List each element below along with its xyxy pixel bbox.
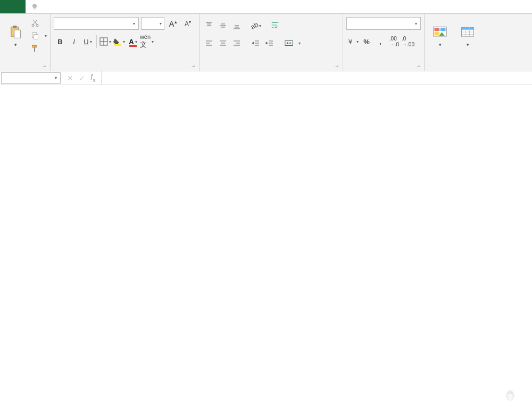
group-label-align	[203, 68, 339, 71]
tab-file[interactable]	[0, 0, 26, 13]
svg-point-49	[509, 393, 510, 394]
fill-icon	[113, 37, 122, 46]
ribbon: ▾ ▾ ▾ ▾ A▴ A▾ B I U▾ ▾ ▾	[0, 14, 532, 71]
svg-rect-35	[285, 41, 293, 46]
increase-decimal-button[interactable]: .00→.0	[388, 35, 401, 48]
merge-center-button[interactable]: ▾	[285, 37, 301, 49]
copy-icon	[31, 31, 39, 40]
group-label-clipboard	[3, 68, 47, 71]
confirm-formula-icon[interactable]: ✓	[79, 74, 85, 82]
paste-button[interactable]: ▾	[3, 17, 28, 55]
italic-button[interactable]: I	[68, 35, 80, 48]
currency-button[interactable]: ¥▾	[346, 35, 359, 48]
group-clipboard: ▾ ▾	[0, 14, 51, 71]
svg-rect-42	[462, 27, 474, 29]
penguin-icon	[503, 388, 517, 402]
font-color-button[interactable]: A▾	[127, 35, 139, 48]
format-painter-button[interactable]	[31, 43, 47, 54]
comma-button[interactable]: ,	[374, 35, 387, 48]
formula-bar: ▾ ✕ ✓ fx	[0, 71, 532, 85]
format-painter-icon	[31, 44, 39, 53]
merge-icon	[285, 39, 293, 47]
paste-icon	[8, 25, 23, 40]
table-format-icon	[460, 25, 475, 40]
font-name-select[interactable]: ▾	[54, 17, 139, 30]
align-center-button[interactable]	[217, 37, 229, 50]
svg-point-47	[506, 390, 514, 401]
grow-font-button[interactable]: A▴	[167, 17, 179, 30]
formula-input[interactable]	[102, 71, 532, 85]
group-align: ab▾ ▾	[200, 14, 343, 71]
format-as-table-button[interactable]: ▾	[455, 17, 480, 55]
currency-icon: ¥	[347, 37, 355, 46]
svg-rect-39	[440, 28, 446, 31]
tell-me[interactable]	[26, 0, 47, 13]
conditional-format-button[interactable]: ▾	[428, 17, 452, 55]
cut-icon	[31, 19, 39, 27]
align-middle-button[interactable]	[217, 19, 229, 32]
wrap-icon	[271, 21, 279, 29]
svg-rect-2	[14, 30, 21, 38]
orientation-button[interactable]: ab▾	[250, 19, 262, 32]
fx-icon[interactable]: fx	[90, 73, 96, 83]
group-number: ▾ ¥▾ % , .00→.0 .0→.00	[343, 14, 425, 71]
increase-indent-button[interactable]	[263, 37, 276, 50]
group-label-number	[346, 68, 421, 71]
lightbulb-icon	[31, 3, 38, 11]
group-styles: ▾ ▾ .	[425, 14, 483, 71]
decrease-decimal-button[interactable]: .0→.00	[402, 35, 414, 48]
copy-button[interactable]: ▾	[31, 30, 47, 42]
cut-button[interactable]	[31, 17, 47, 29]
borders-button[interactable]: ▾	[99, 35, 112, 48]
svg-text:¥: ¥	[348, 38, 353, 46]
bold-button[interactable]: B	[54, 35, 66, 48]
conditional-format-icon	[433, 25, 447, 40]
percent-button[interactable]: %	[360, 35, 373, 48]
svg-rect-1	[13, 26, 16, 28]
svg-point-50	[511, 393, 512, 394]
align-right-button[interactable]	[230, 37, 243, 50]
cancel-formula-icon[interactable]: ✕	[67, 74, 73, 82]
svg-rect-10	[114, 44, 121, 46]
menu-bar	[0, 0, 532, 14]
fill-color-button[interactable]: ▾	[113, 35, 126, 48]
wrap-text-button[interactable]	[271, 19, 281, 31]
svg-point-48	[508, 393, 513, 400]
svg-rect-40	[435, 32, 440, 35]
align-top-button[interactable]	[203, 19, 215, 32]
svg-rect-6	[34, 34, 38, 39]
group-font: ▾ ▾ A▴ A▾ B I U▾ ▾ ▾ A▾ wén文▾	[51, 14, 200, 71]
underline-button[interactable]: U▾	[81, 35, 94, 48]
number-format-select[interactable]: ▾	[346, 17, 421, 30]
watermark	[503, 388, 521, 402]
phonetic-button[interactable]: wén文▾	[140, 35, 153, 48]
name-box[interactable]: ▾	[1, 72, 61, 84]
svg-rect-38	[435, 28, 440, 31]
decrease-indent-button[interactable]	[250, 37, 262, 50]
align-bottom-button[interactable]	[230, 19, 243, 32]
font-size-select[interactable]: ▾	[141, 17, 164, 30]
align-left-button[interactable]	[203, 37, 215, 50]
border-icon	[99, 37, 108, 46]
group-label-font	[54, 68, 196, 71]
spreadsheet	[0, 85, 532, 405]
shrink-font-button[interactable]: A▾	[181, 17, 194, 30]
